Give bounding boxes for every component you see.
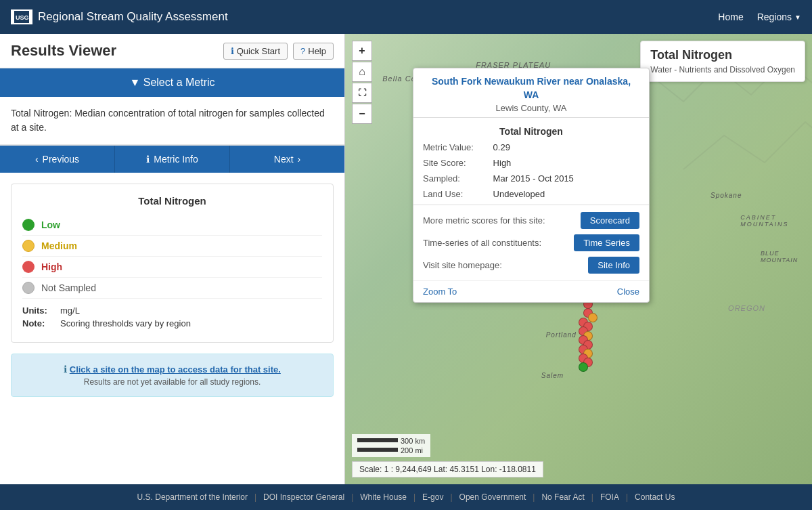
note-label: Note: [22, 318, 55, 328]
popup-row-label: Site Score: [423, 158, 491, 168]
popup-data-row: Sampled: Mar 2015 - Oct 2015 [413, 171, 649, 186]
legend-label-not-sampled: Not Sampled [41, 282, 96, 293]
popup-site-name: South Fork Newaukum River near Onalaska,… [423, 75, 639, 102]
popup-data-row: Metric Value: 0.29 [413, 140, 649, 155]
footer-no-fear-act[interactable]: No Fear Act [535, 492, 591, 502]
legend-item-low: Low [22, 215, 322, 236]
home-link[interactable]: Home [718, 12, 743, 22]
quick-start-button[interactable]: ℹ Quick Start [223, 43, 288, 60]
legend-item-medium: Medium [22, 236, 322, 257]
legend-item-not-sampled: Not Sampled [22, 278, 322, 299]
map-background: FRASER PLATEAU Bella Coola VANCOUVER Spo… [345, 34, 812, 484]
app-footer: U.S. Department of the Interior | DOI In… [0, 484, 812, 510]
info-circle-icon: ℹ [231, 46, 234, 56]
info-icon: ℹ Click a site on the map to access data… [22, 364, 322, 375]
info-icon: ℹ [146, 154, 150, 165]
scorecard-button[interactable]: Scorecard [581, 212, 639, 229]
chevron-left-icon: ‹ [35, 154, 39, 165]
click-info-box: ℹ Click a site on the map to access data… [11, 354, 334, 397]
siteinfo-label: Visit site homepage: [423, 260, 502, 270]
close-link[interactable]: Close [617, 286, 639, 297]
footer-open-gov[interactable]: Open Government [453, 492, 533, 502]
units-row: Units: mg/L [22, 305, 322, 316]
nav-buttons: ‹ Previous ℹ Metric Info Next › [0, 145, 344, 173]
units-value: mg/L [60, 305, 80, 316]
next-button[interactable]: Next › [230, 146, 344, 173]
fullscreen-button[interactable]: ⛶ [352, 83, 372, 103]
footer-doi[interactable]: U.S. Department of the Interior [131, 492, 254, 502]
app-header: USGS Regional Stream Quality Assessment … [0, 0, 812, 34]
map-scale: 300 km 200 mi [352, 434, 430, 457]
popup-rows: Metric Value: 0.29Site Score: HighSample… [413, 140, 649, 202]
page-title: Results Viewer [11, 42, 116, 60]
metric-info-overlay: Total Nitrogen Water - Nutrients and Dis… [640, 41, 805, 82]
results-viewer-header: Results Viewer ℹ Quick Start ? Help [0, 34, 344, 68]
metric-description: Total Nitrogen: Median concentration of … [0, 97, 344, 145]
units-label: Units: [22, 305, 55, 316]
main-layout: Results Viewer ℹ Quick Start ? Help ▼ Se… [0, 34, 812, 484]
legend-label-high: High [41, 261, 62, 272]
svg-text:USGS: USGS [16, 14, 29, 21]
popup-data-row: Site Score: High [413, 155, 649, 171]
legend-label-medium: Medium [41, 240, 77, 251]
regions-link[interactable]: Regions ▼ [757, 12, 801, 22]
popup-action-siteinfo: Visit site homepage: Site Info [423, 257, 639, 274]
timeseries-button[interactable]: Time Series [574, 234, 639, 251]
help-button[interactable]: ? Help [293, 43, 334, 60]
map-area[interactable]: FRASER PLATEAU Bella Coola VANCOUVER Spo… [345, 34, 812, 484]
header-buttons: ℹ Quick Start ? Help [223, 43, 334, 60]
popup-table: Total Nitrogen Metric Value: 0.29Site Sc… [413, 117, 649, 205]
scale-km-label: 300 km [401, 437, 425, 445]
map-dot[interactable] [579, 362, 588, 372]
popup-action-scorecard: More metric scores for this site: Scorec… [423, 212, 639, 229]
scorecard-label: More metric scores for this site: [423, 215, 545, 226]
footer-contact-us[interactable]: Contact Us [628, 492, 681, 502]
chevron-down-icon: ▼ [794, 14, 801, 21]
home-button[interactable]: ⌂ [352, 62, 372, 82]
question-icon: ? [300, 46, 305, 56]
footer-foia[interactable]: FOIA [593, 492, 626, 502]
usgs-logo-icon: USGS [14, 11, 29, 23]
metric-info-subtitle: Water - Nutrients and Dissolved Oxygen [650, 65, 795, 75]
logo-area: USGS Regional Stream Quality Assessment [11, 9, 228, 24]
chevron-right-icon: › [298, 154, 301, 165]
legend-box: Total Nitrogen Low Medium High Not Sampl… [11, 184, 334, 343]
select-metric-button[interactable]: ▼ Select a Metric [0, 68, 344, 97]
app-title: Regional Stream Quality Assessment [38, 10, 228, 24]
footer-egov[interactable]: E-gov [415, 492, 450, 502]
footer-whitehouse[interactable]: White House [353, 492, 413, 502]
legend-title: Total Nitrogen [22, 195, 322, 207]
zoom-in-button[interactable]: + [352, 41, 372, 61]
note-value: Scoring thresholds vary by region [60, 318, 191, 328]
metric-info-button[interactable]: ℹ Metric Info [115, 146, 230, 173]
previous-button[interactable]: ‹ Previous [0, 146, 115, 173]
popup-row-label: Sampled: [423, 173, 491, 184]
left-panel: Results Viewer ℹ Quick Start ? Help ▼ Se… [0, 34, 345, 484]
popup-row-value: High [491, 158, 511, 168]
popup-metric-title: Total Nitrogen [413, 121, 649, 140]
popup-row-value: Mar 2015 - Oct 2015 [491, 173, 574, 184]
popup-county: Lewis County, WA [423, 103, 639, 113]
scale-bar-mi [357, 448, 398, 452]
legend-meta: Units: mg/L Note: Scoring thresholds var… [22, 305, 322, 328]
timeseries-label: Time-series of all constituents: [423, 238, 541, 248]
zoom-to-link[interactable]: Zoom To [423, 286, 457, 297]
usgs-logo: USGS [11, 9, 32, 24]
siteinfo-button[interactable]: Site Info [588, 257, 639, 274]
click-site-link[interactable]: Click a site on the map to access data f… [70, 364, 281, 375]
metric-info-title: Total Nitrogen [650, 48, 795, 62]
footer-inspector[interactable]: DOI Inspector General [256, 492, 351, 502]
popup-actions: More metric scores for this site: Scorec… [413, 205, 649, 280]
info-sub: Results are not yet available for all st… [22, 377, 322, 387]
map-popup: South Fork Newaukum River near Onalaska,… [413, 68, 650, 303]
popup-footer: Zoom To Close [413, 280, 649, 302]
popup-header: South Fork Newaukum River near Onalaska,… [413, 68, 649, 117]
dot-red [22, 261, 35, 273]
popup-row-label: Land Use: [423, 189, 491, 199]
map-dot[interactable] [588, 313, 597, 322]
map-coords: Scale: 1 : 9,244,649 Lat: 45.3151 Lon: -… [352, 461, 543, 477]
popup-row-label: Metric Value: [423, 142, 491, 152]
dot-green [22, 219, 35, 231]
popup-action-timeseries: Time-series of all constituents: Time Se… [423, 234, 639, 251]
zoom-out-button[interactable]: − [352, 104, 372, 124]
